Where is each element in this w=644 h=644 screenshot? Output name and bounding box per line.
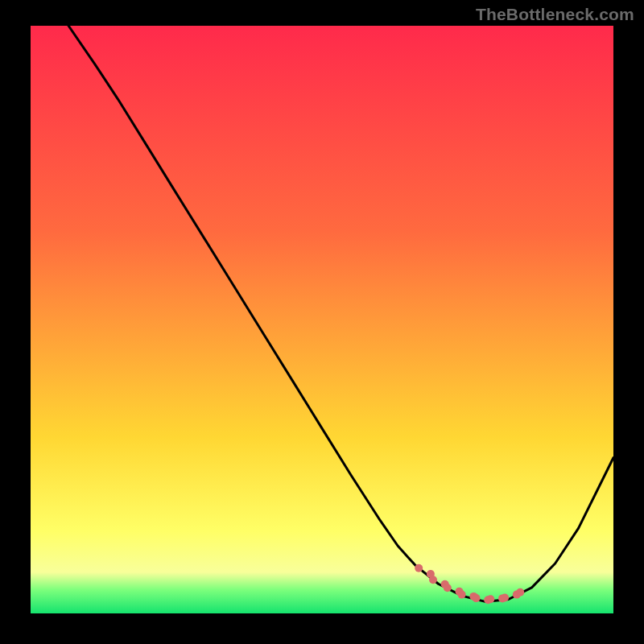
plot-area: [31, 26, 613, 613]
chart-frame: TheBottleneck.com: [0, 0, 644, 644]
optimal-dot: [429, 576, 437, 584]
optimal-dot: [415, 564, 423, 572]
optimal-dot: [501, 594, 509, 602]
optimal-dot: [444, 584, 452, 592]
chart-svg: [31, 26, 613, 613]
optimal-dot: [486, 595, 494, 603]
gradient-background: [31, 26, 613, 613]
watermark-text: TheBottleneck.com: [476, 5, 634, 24]
optimal-dot: [458, 591, 466, 599]
optimal-dot: [473, 594, 481, 602]
optimal-dot: [516, 588, 524, 597]
